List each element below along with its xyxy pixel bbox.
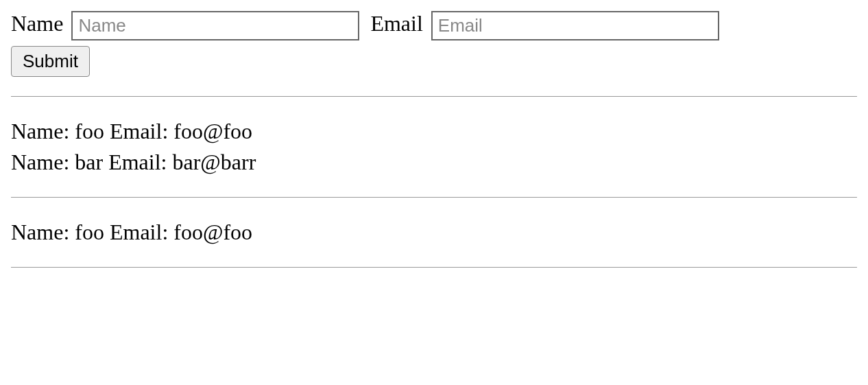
divider: [11, 197, 857, 198]
submit-row: Submit: [11, 46, 857, 77]
list-item: Name: bar Email: bar@barr: [11, 147, 857, 178]
email-input[interactable]: [431, 11, 719, 40]
name-input[interactable]: [71, 11, 359, 40]
list-item: Name: foo Email: foo@foo: [11, 116, 857, 147]
form-row: Name Email: [11, 11, 857, 40]
divider: [11, 96, 857, 97]
list-item: Name: foo Email: foo@foo: [11, 217, 857, 248]
entries-list-1: Name: foo Email: foo@foo Name: bar Email…: [11, 116, 857, 178]
divider: [11, 267, 857, 268]
entries-list-2: Name: foo Email: foo@foo: [11, 217, 857, 248]
name-label: Name: [11, 11, 63, 36]
email-label: Email: [370, 11, 422, 36]
submit-button[interactable]: Submit: [11, 46, 90, 77]
